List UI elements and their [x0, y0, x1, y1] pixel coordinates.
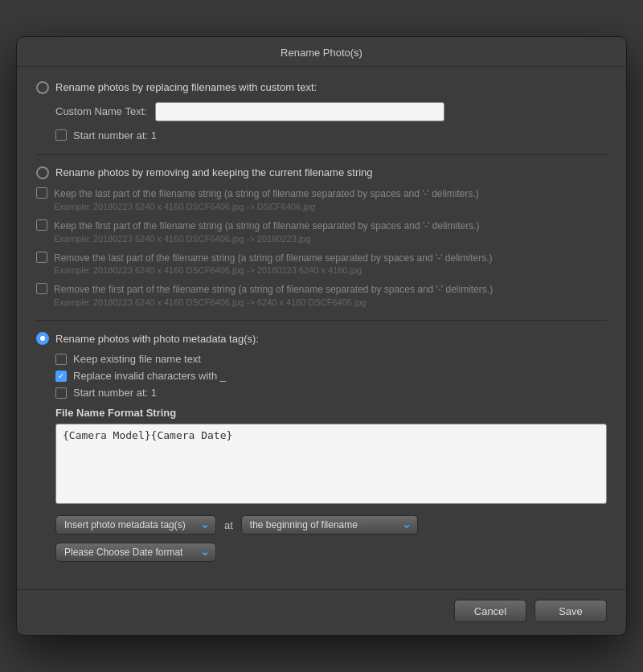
section3-radio[interactable] [36, 332, 49, 345]
title-bar: Rename Photo(s) [17, 37, 626, 67]
divider-2 [36, 320, 607, 321]
start-number-row-1[interactable]: Start number at: 1 [55, 129, 607, 141]
start-number-row-3[interactable]: Start number at: 1 [55, 387, 607, 399]
section-remove-keep: Rename photos by removing and keeping th… [36, 166, 607, 307]
option-example-3: Example: 20180223 6240 x 4160 DSCF6406.j… [54, 297, 607, 307]
cancel-button[interactable]: Cancel [454, 600, 526, 622]
option-checkbox-2[interactable] [36, 252, 47, 263]
keep-existing-checkbox[interactable] [55, 354, 67, 365]
replace-invalid-label: Replace invalid characters with _ [73, 370, 226, 382]
date-format-select-wrapper: Please Choose Date format [55, 543, 216, 562]
section1-radio[interactable] [36, 81, 49, 94]
section3-fields: Keep existing file name text Replace inv… [55, 353, 607, 562]
option-main-2[interactable]: Remove the last part of the filename str… [36, 252, 607, 265]
option-item-2: Remove the last part of the filename str… [36, 252, 607, 276]
custom-name-label: Custom Name Text: [55, 105, 147, 117]
custom-name-input[interactable] [155, 102, 444, 121]
option-checkbox-1[interactable] [36, 219, 47, 231]
section2-label: Rename photos by removing and keeping th… [55, 166, 373, 178]
format-textarea[interactable]: {Camera Model}{Camera Date} [55, 424, 607, 504]
start-number-label-3: Start number at: 1 [73, 387, 157, 399]
option-item-1: Keep the first part of the filename stri… [36, 219, 607, 244]
replace-invalid-checkbox[interactable] [55, 371, 67, 382]
option-example-0: Example: 20180223 6240 x 4160 DSCF6406.j… [54, 202, 607, 211]
rename-photos-dialog: Rename Photo(s) Rename photos by replaci… [16, 36, 627, 636]
dialog-footer: Cancel Save [17, 589, 626, 635]
save-button[interactable]: Save [534, 600, 607, 622]
option-main-0[interactable]: Keep the last part of the filename strin… [36, 187, 607, 201]
section1-fields: Custom Name Text: Start number at: 1 [55, 102, 607, 141]
start-number-checkbox-1[interactable] [55, 129, 67, 141]
insert-row: Insert photo metadata tag(s) at the begi… [55, 515, 607, 535]
option-main-1[interactable]: Keep the first part of the filename stri… [36, 219, 607, 233]
replace-invalid-row[interactable]: Replace invalid characters with _ [55, 370, 607, 382]
option-text-0: Keep the last part of the filename strin… [54, 187, 479, 201]
section3-label: Rename photos with photo metadata tag(s)… [55, 333, 259, 345]
option-main-3[interactable]: Remove the first part of the filename st… [36, 283, 607, 297]
section-replace-custom: Rename photos by replacing filenames wit… [36, 81, 607, 141]
option-example-1: Example: 20180223 6240 x 4160 DSCF6406.j… [54, 234, 607, 244]
custom-name-row: Custom Name Text: [55, 102, 607, 121]
start-number-label-1: Start number at: 1 [73, 129, 157, 141]
option-checkbox-0[interactable] [36, 187, 47, 199]
option-text-3: Remove the first part of the filename st… [54, 283, 493, 297]
start-number-checkbox-3[interactable] [55, 387, 67, 399]
position-select[interactable]: the beginning of filename the end of fil… [241, 515, 418, 535]
option-text-2: Remove the last part of the filename str… [54, 252, 493, 265]
option-example-2: Example: 20180223 6240 x 4160 DSCF6406.j… [54, 265, 607, 275]
option-text-1: Keep the first part of the filename stri… [54, 219, 480, 233]
date-format-select[interactable]: Please Choose Date format [55, 543, 216, 562]
section2-radio[interactable] [36, 166, 49, 179]
option-item-0: Keep the last part of the filename strin… [36, 187, 607, 211]
section2-options: Keep the last part of the filename strin… [36, 187, 607, 307]
section3-radio-row[interactable]: Rename photos with photo metadata tag(s)… [36, 332, 607, 345]
option-item-3: Remove the first part of the filename st… [36, 283, 607, 307]
format-string-section: File Name Format String {Camera Model}{C… [55, 407, 607, 507]
section1-radio-row[interactable]: Rename photos by replacing filenames wit… [36, 81, 607, 94]
keep-existing-label: Keep existing file name text [73, 353, 201, 365]
dialog-title: Rename Photo(s) [281, 47, 362, 59]
section1-label: Rename photos by replacing filenames wit… [55, 81, 317, 93]
keep-existing-row[interactable]: Keep existing file name text [55, 353, 607, 365]
position-select-wrapper: the beginning of filename the end of fil… [241, 515, 418, 535]
at-label: at [224, 519, 233, 531]
format-section-label: File Name Format String [55, 407, 607, 419]
section-metadata: Rename photos with photo metadata tag(s)… [36, 332, 607, 562]
option-checkbox-3[interactable] [36, 283, 47, 294]
date-format-row: Please Choose Date format [55, 543, 607, 562]
section2-radio-row[interactable]: Rename photos by removing and keeping th… [36, 166, 607, 179]
insert-select-wrapper: Insert photo metadata tag(s) [55, 515, 216, 535]
divider-1 [36, 154, 607, 155]
dialog-content: Rename photos by replacing filenames wit… [17, 67, 626, 589]
insert-metadata-select[interactable]: Insert photo metadata tag(s) [55, 515, 216, 535]
